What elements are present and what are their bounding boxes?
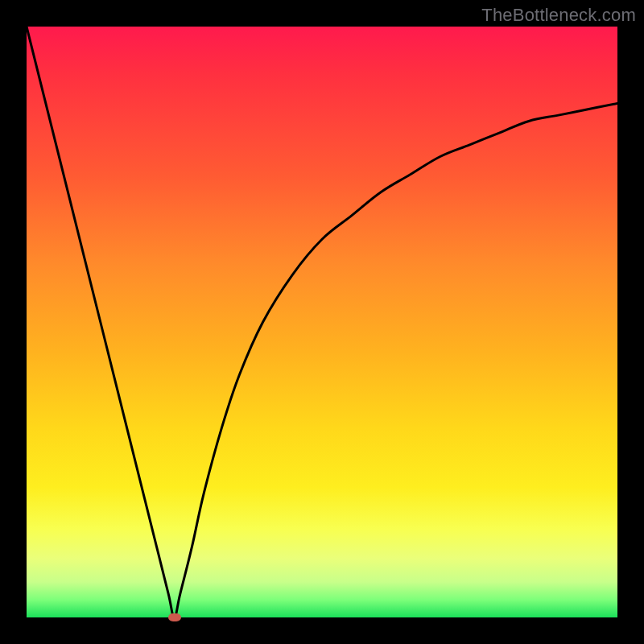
- watermark-text: TheBottleneck.com: [481, 5, 636, 26]
- chart-frame: TheBottleneck.com: [0, 0, 644, 644]
- optimal-point-marker: [168, 613, 181, 621]
- bottleneck-curve: [27, 27, 617, 617]
- plot-area: [27, 27, 617, 617]
